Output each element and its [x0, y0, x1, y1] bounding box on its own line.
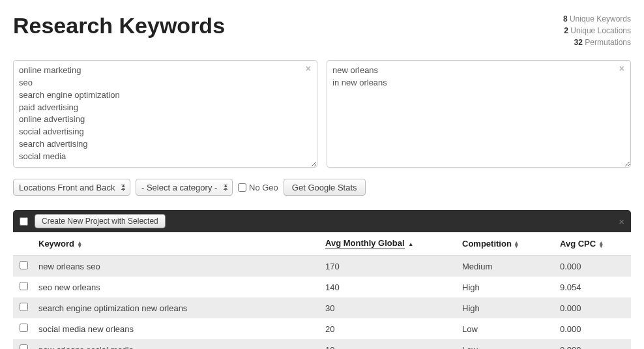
table-header-competition[interactable]: Competition ▴▾	[457, 232, 555, 256]
row-checkbox[interactable]	[20, 282, 28, 290]
cell-keyword: seo new orleans	[33, 277, 320, 297]
stats-keywords-label: Unique Keywords	[568, 14, 631, 23]
close-toolbar-icon[interactable]: ×	[619, 216, 624, 227]
cell-keyword: search engine optimization new orleans	[33, 297, 320, 318]
row-checkbox[interactable]	[20, 324, 28, 332]
no-geo-label[interactable]: No Geo	[238, 183, 278, 192]
table-row: search engine optimization new orleans30…	[13, 297, 631, 318]
table-row: seo new orleans140High9.054	[13, 277, 631, 297]
table-header-avg-cpc[interactable]: Avg CPC ▴▾	[555, 232, 631, 256]
table-row: social media new orleans20Low0.000	[13, 318, 631, 339]
cell-competition: Medium	[457, 256, 555, 277]
row-checkbox[interactable]	[20, 303, 28, 311]
no-geo-checkbox[interactable]	[238, 183, 246, 192]
sort-asc-icon: ▴	[409, 241, 413, 247]
get-google-stats-button[interactable]: Get Google Stats	[284, 179, 366, 196]
locations-textarea[interactable]	[327, 60, 631, 168]
cell-avg-cpc: 9.054	[555, 277, 631, 297]
results-table: Keyword ▴▾ Avg Monthly Global ▴ Competit…	[13, 232, 631, 349]
cell-keyword: new orleans seo	[33, 256, 320, 277]
cell-avg-cpc: 0.000	[555, 318, 631, 339]
cell-keyword: social media new orleans	[33, 318, 320, 339]
table-row: new orleans seo170Medium0.000	[13, 256, 631, 277]
cell-competition: Low	[457, 339, 555, 349]
cell-competition: Low	[457, 318, 555, 339]
cell-avg-monthly: 140	[320, 277, 457, 297]
row-checkbox[interactable]	[20, 344, 28, 349]
sort-icon: ▴▾	[78, 241, 81, 248]
create-project-button[interactable]: Create New Project with Selected	[35, 214, 166, 228]
cell-avg-cpc: 0.000	[555, 256, 631, 277]
category-select[interactable]: - Select a category -	[136, 179, 233, 196]
clear-keywords-icon[interactable]: ×	[306, 63, 311, 74]
table-header-checkbox	[13, 232, 33, 256]
cell-competition: High	[457, 277, 555, 297]
cell-avg-cpc: 0.000	[555, 339, 631, 349]
sort-icon: ▴▾	[515, 241, 518, 248]
clear-locations-icon[interactable]: ×	[619, 63, 624, 74]
cell-keyword: new orleans social media	[33, 339, 320, 349]
page-title: Research Keywords	[13, 13, 225, 38]
cell-avg-monthly: 10	[320, 339, 457, 349]
location-mode-select[interactable]: Locations Front and Back	[13, 179, 130, 196]
stats-keywords-count: 8	[563, 14, 568, 23]
stats-block: 8 Unique Keywords 2 Unique Locations 32 …	[563, 13, 631, 48]
cell-avg-monthly: 170	[320, 256, 457, 277]
select-all-checkbox[interactable]	[20, 217, 28, 226]
table-header-avg-monthly[interactable]: Avg Monthly Global ▴	[320, 232, 457, 256]
cell-avg-cpc: 0.000	[555, 297, 631, 318]
sort-icon: ▴▾	[600, 241, 603, 248]
row-checkbox[interactable]	[20, 261, 28, 269]
stats-locations-count: 2	[564, 26, 568, 35]
keywords-textarea[interactable]	[13, 60, 317, 168]
stats-permutations-count: 32	[574, 38, 583, 47]
cell-avg-monthly: 20	[320, 318, 457, 339]
table-header-keyword[interactable]: Keyword ▴▾	[33, 232, 320, 256]
cell-competition: High	[457, 297, 555, 318]
stats-permutations-label: Permutations	[583, 38, 631, 47]
stats-locations-label: Unique Locations	[568, 26, 631, 35]
selection-toolbar: Create New Project with Selected ×	[13, 210, 631, 232]
table-row: new orleans social media10Low0.000	[13, 339, 631, 349]
cell-avg-monthly: 30	[320, 297, 457, 318]
